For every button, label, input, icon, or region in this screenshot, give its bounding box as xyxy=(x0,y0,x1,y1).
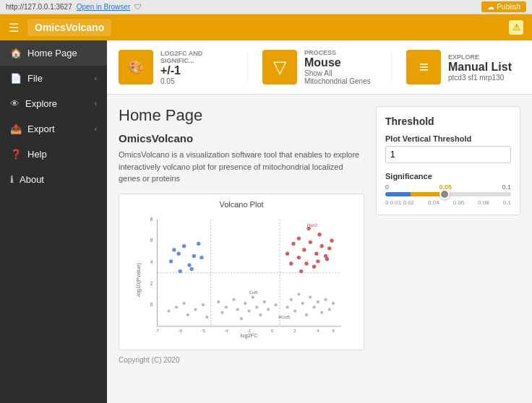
svg-text:2: 2 xyxy=(294,329,296,333)
explore-sub: ptcd3 sf1 mrp130 xyxy=(448,74,520,82)
svg-text:-7: -7 xyxy=(155,329,159,333)
page-title: Home Page xyxy=(119,106,364,125)
browser-bar: http://127.0.0.1:3627 Open in Browser 🛡 … xyxy=(0,0,532,14)
open-in-browser-link[interactable]: Open in Browser xyxy=(77,3,130,11)
svg-text:2: 2 xyxy=(150,280,153,285)
log2fc-icon: 🎨 xyxy=(119,50,153,84)
svg-text:0: 0 xyxy=(271,329,273,333)
info-card-log2fc: 🎨 LOG2FC AND SIGNIFIC... +/-1 0.05 xyxy=(119,49,233,85)
sidebar-item-about[interactable]: ℹ About xyxy=(0,167,107,192)
sidebar-label-about: About xyxy=(20,174,44,185)
svg-point-58 xyxy=(182,244,186,248)
svg-point-81 xyxy=(299,269,303,272)
svg-point-25 xyxy=(194,308,197,311)
svg-point-27 xyxy=(205,316,208,318)
publish-button[interactable]: ☁ Publish xyxy=(481,1,526,12)
browser-url: http://127.0.0.1:3627 xyxy=(6,3,72,11)
content-right: Threshold Plot Vertical Threshold Signif… xyxy=(376,106,520,364)
sidebar-item-home[interactable]: 🏠 Home Page xyxy=(0,40,107,66)
svg-point-75 xyxy=(297,255,301,259)
card-divider-2 xyxy=(391,52,392,82)
threshold-title: Threshold xyxy=(385,116,511,127)
significance-label: Significance xyxy=(385,172,511,181)
svg-point-78 xyxy=(317,233,321,236)
svg-point-21 xyxy=(167,309,170,312)
browser-bar-left: http://127.0.0.1:3627 Open in Browser 🛡 xyxy=(6,3,142,11)
sidebar-item-explore[interactable]: 👁 Explore ‹ xyxy=(0,91,107,116)
tick-0: 0 0.01 0.02 xyxy=(385,199,414,206)
hamburger-icon[interactable]: ☰ xyxy=(9,21,19,35)
explore-card-icon: ≡ xyxy=(406,50,441,84)
process-icon: ▽ xyxy=(262,50,297,84)
sidebar-item-file[interactable]: 📄 File ‹ xyxy=(0,66,107,91)
svg-point-49 xyxy=(309,295,312,298)
svg-point-23 xyxy=(182,301,185,304)
svg-point-83 xyxy=(316,259,319,263)
svg-text:-4: -4 xyxy=(224,329,228,333)
svg-text:0: 0 xyxy=(150,302,153,307)
svg-point-62 xyxy=(200,255,203,259)
svg-text:8: 8 xyxy=(150,216,153,221)
explore-label: EXPLORE xyxy=(448,53,520,61)
slider-thumb[interactable] xyxy=(439,189,450,199)
svg-point-70 xyxy=(309,240,312,243)
svg-point-60 xyxy=(192,254,196,257)
warning-icon[interactable]: ⚠ xyxy=(509,20,523,35)
export-icon: 📤 xyxy=(10,124,22,134)
svg-point-55 xyxy=(332,301,335,304)
content-left: Home Page OmicsVolcano OmicsVolcano is a… xyxy=(119,106,364,364)
svg-point-50 xyxy=(312,306,315,308)
svg-point-39 xyxy=(263,300,266,303)
home-icon: 🏠 xyxy=(10,48,22,58)
app-header: ☰ OmicsVolcano ⚠ xyxy=(0,14,532,40)
chevron-icon-export: ‹ xyxy=(95,125,97,133)
publish-icon: ☁ xyxy=(487,3,494,11)
svg-text:4: 4 xyxy=(150,259,153,264)
svg-point-36 xyxy=(252,295,254,298)
svg-point-24 xyxy=(186,313,189,316)
svg-point-65 xyxy=(172,248,176,251)
svg-point-47 xyxy=(301,301,304,304)
slider-track[interactable] xyxy=(385,192,511,196)
explore-value: Manual List xyxy=(448,61,520,74)
plot-title: Volcano Plot xyxy=(125,200,358,209)
sidebar-item-help[interactable]: ❓ Help xyxy=(0,142,107,167)
svg-point-44 xyxy=(290,298,293,300)
tick-06: 0.06 xyxy=(453,199,465,206)
slider-ticks: 0 0.01 0.02 0.04 0.06 0.08 0.1 xyxy=(385,199,511,206)
help-icon: ❓ xyxy=(10,149,22,160)
svg-point-68 xyxy=(297,236,301,240)
svg-point-29 xyxy=(220,311,223,313)
app-body: 🏠 Home Page 📄 File ‹ 👁 Explore ‹ xyxy=(0,40,532,403)
sidebar-label-export: Export xyxy=(27,124,55,134)
svg-text:-log10(Pvalue): -log10(Pvalue) xyxy=(135,263,142,298)
svg-point-72 xyxy=(320,244,324,248)
svg-point-35 xyxy=(247,309,250,312)
browser-bar-right: ☁ Publish xyxy=(481,1,526,12)
slider-min-label: 0 xyxy=(385,183,389,191)
svg-point-48 xyxy=(305,313,308,316)
log2fc-sub: 0.05 xyxy=(160,77,233,85)
svg-point-51 xyxy=(317,300,319,303)
info-cards: 🎨 LOG2FC AND SIGNIFIC... +/-1 0.05 ▽ PRO… xyxy=(107,40,532,95)
svg-point-52 xyxy=(320,311,323,313)
file-icon: 📄 xyxy=(10,73,22,84)
svg-point-34 xyxy=(244,301,246,304)
main-content: 🎨 LOG2FC AND SIGNIFIC... +/-1 0.05 ▽ PRO… xyxy=(107,40,532,403)
tick-04: 0.04 xyxy=(428,199,439,206)
tick-08: 0.08 xyxy=(478,199,489,206)
svg-point-71 xyxy=(314,251,318,255)
svg-point-79 xyxy=(324,254,327,257)
publish-label: Publish xyxy=(497,3,520,11)
svg-point-54 xyxy=(328,308,331,311)
svg-point-66 xyxy=(286,251,289,255)
log2fc-label: LOG2FC AND SIGNIFIC... xyxy=(160,50,233,64)
plot-vertical-input[interactable] xyxy=(385,146,511,163)
sidebar-item-export[interactable]: 📤 Export ‹ xyxy=(0,116,107,142)
svg-point-30 xyxy=(225,306,228,308)
svg-text:4: 4 xyxy=(317,329,319,333)
svg-text:Cct5: Cct5 xyxy=(249,290,258,295)
svg-point-31 xyxy=(232,298,235,300)
sidebar-label-help: Help xyxy=(27,149,47,160)
shield-icon: 🛡 xyxy=(134,3,142,11)
